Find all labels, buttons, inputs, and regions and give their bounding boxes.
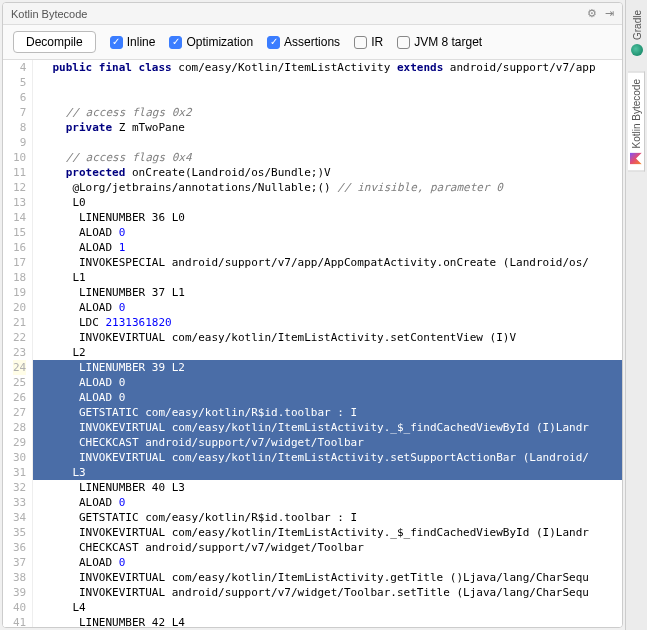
line-number: 21 [13,315,26,330]
code-line[interactable]: L1 [33,270,622,285]
line-number: 19 [13,285,26,300]
line-number: 4 [13,60,26,75]
line-number: 27 [13,405,26,420]
code-line[interactable]: INVOKEVIRTUAL com/easy/kotlin/ItemListAc… [33,525,622,540]
checkbox-label: Inline [127,35,156,49]
minimize-icon[interactable]: ⇥ [605,7,614,20]
line-number: 25 [13,375,26,390]
code-line[interactable]: L3 [33,465,622,480]
code-line[interactable]: LINENUMBER 42 L4 [33,615,622,627]
side-tab-label: Kotlin Bytecode [631,79,642,149]
code-line[interactable]: LINENUMBER 40 L3 [33,480,622,495]
side-tab-gradle[interactable]: Gradle [629,4,645,62]
line-number: 33 [13,495,26,510]
line-number: 14 [13,210,26,225]
toolbar: Decompile InlineOptimizationAssertionsIR… [3,25,622,60]
side-tab-label: Gradle [631,10,642,40]
code-line[interactable]: ALOAD 0 [33,390,622,405]
line-number: 31 [13,465,26,480]
code-line[interactable]: L0 [33,195,622,210]
line-number: 26 [13,390,26,405]
code-line[interactable]: // access flags 0x2 [33,105,622,120]
line-number: 13 [13,195,26,210]
code-line[interactable]: INVOKEVIRTUAL com/easy/kotlin/ItemListAc… [33,330,622,345]
line-number: 32 [13,480,26,495]
code-line[interactable] [33,90,622,105]
code-line[interactable]: GETSTATIC com/easy/kotlin/R$id.toolbar :… [33,405,622,420]
side-tool-tabs: GradleKotlin Bytecode [625,0,647,630]
gradle-icon [631,44,643,56]
code-line[interactable] [33,75,622,90]
checkbox-icon[interactable] [110,36,123,49]
code-line[interactable]: public final class com/easy/Kotlin/ItemL… [33,60,622,75]
line-number: 11 [13,165,26,180]
check-jvm-8-target[interactable]: JVM 8 target [397,35,482,49]
code-line[interactable] [33,135,622,150]
line-number: 20 [13,300,26,315]
line-number: 24 [13,360,26,375]
code-line[interactable]: LINENUMBER 37 L1 [33,285,622,300]
code-line[interactable]: private Z mTwoPane [33,120,622,135]
code-line[interactable]: CHECKCAST android/support/v7/widget/Tool… [33,540,622,555]
line-number: 7 [13,105,26,120]
line-number: 28 [13,420,26,435]
code-line[interactable]: GETSTATIC com/easy/kotlin/R$id.toolbar :… [33,510,622,525]
line-number-gutter: 4567891011121314151617181920212223242526… [3,60,33,627]
line-number: 39 [13,585,26,600]
checkbox-icon[interactable] [267,36,280,49]
decompile-button[interactable]: Decompile [13,31,96,53]
code-line[interactable]: ALOAD 0 [33,495,622,510]
checkbox-label: Optimization [186,35,253,49]
code-line[interactable]: ALOAD 1 [33,240,622,255]
code-line[interactable]: // access flags 0x4 [33,150,622,165]
line-number: 37 [13,555,26,570]
code-line[interactable]: INVOKEVIRTUAL com/easy/kotlin/ItemListAc… [33,570,622,585]
line-number: 6 [13,90,26,105]
check-optimization[interactable]: Optimization [169,35,253,49]
kotlin-icon [630,153,642,165]
bytecode-tool-window: Kotlin Bytecode ⚙ ⇥ Decompile InlineOpti… [2,2,623,628]
code-line[interactable]: LINENUMBER 36 L0 [33,210,622,225]
checkbox-icon[interactable] [354,36,367,49]
line-number: 29 [13,435,26,450]
code-line[interactable]: protected onCreate(Landroid/os/Bundle;)V [33,165,622,180]
code-lines[interactable]: public final class com/easy/Kotlin/ItemL… [33,60,622,627]
code-line[interactable]: INVOKEVIRTUAL com/easy/kotlin/ItemListAc… [33,420,622,435]
code-line[interactable]: @Lorg/jetbrains/annotations/Nullable;() … [33,180,622,195]
code-line[interactable]: ALOAD 0 [33,555,622,570]
code-line[interactable]: ALOAD 0 [33,300,622,315]
checkbox-icon[interactable] [397,36,410,49]
code-line[interactable]: L2 [33,345,622,360]
line-number: 17 [13,255,26,270]
line-number: 23 [13,345,26,360]
code-line[interactable]: ALOAD 0 [33,225,622,240]
code-line[interactable]: LDC 2131361820 [33,315,622,330]
line-number: 10 [13,150,26,165]
code-line[interactable]: LINENUMBER 39 L2 [33,360,622,375]
line-number: 18 [13,270,26,285]
check-ir[interactable]: IR [354,35,383,49]
code-line[interactable]: INVOKEVIRTUAL android/support/v7/widget/… [33,585,622,600]
checkbox-label: JVM 8 target [414,35,482,49]
line-number: 35 [13,525,26,540]
panel-title: Kotlin Bytecode [11,8,87,20]
checkbox-label: Assertions [284,35,340,49]
line-number: 34 [13,510,26,525]
line-number: 38 [13,570,26,585]
line-number: 16 [13,240,26,255]
gear-icon[interactable]: ⚙ [587,7,597,20]
code-line[interactable]: L4 [33,600,622,615]
checkbox-icon[interactable] [169,36,182,49]
side-tab-kotlin-bytecode[interactable]: Kotlin Bytecode [628,72,645,172]
code-line[interactable]: ALOAD 0 [33,375,622,390]
check-assertions[interactable]: Assertions [267,35,340,49]
code-area[interactable]: 4567891011121314151617181920212223242526… [3,60,622,627]
check-inline[interactable]: Inline [110,35,156,49]
code-line[interactable]: INVOKEVIRTUAL com/easy/kotlin/ItemListAc… [33,450,622,465]
line-number: 5 [13,75,26,90]
code-line[interactable]: INVOKESPECIAL android/support/v7/app/App… [33,255,622,270]
line-number: 36 [13,540,26,555]
line-number: 40 [13,600,26,615]
code-line[interactable]: CHECKCAST android/support/v7/widget/Tool… [33,435,622,450]
line-number: 30 [13,450,26,465]
